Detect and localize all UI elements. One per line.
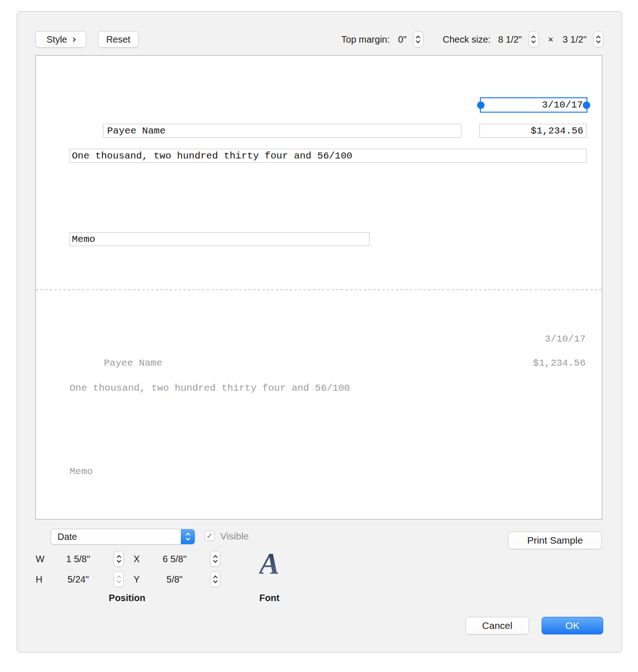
y-stepper[interactable] [210, 571, 220, 587]
memo-field-text: Memo [72, 234, 369, 245]
memo-field[interactable]: Memo [70, 232, 370, 246]
stub-memo-text: Memo [70, 466, 93, 477]
cancel-button[interactable]: Cancel [466, 617, 529, 634]
width-stepper[interactable] [114, 551, 124, 567]
position-label: Position [95, 593, 160, 603]
check-layout-dialog: Style Reset Top margin: 0" Check size: 8… [17, 11, 622, 653]
stub-payee-text: Payee Name [104, 358, 162, 368]
font-label: Font [242, 593, 297, 603]
field-selector-popup[interactable]: Date [51, 529, 195, 545]
resize-handle-left[interactable] [477, 101, 485, 109]
style-button[interactable]: Style [35, 31, 86, 48]
chevron-down-icon [185, 536, 190, 541]
payee-field[interactable]: Payee Name [103, 124, 461, 138]
font-button[interactable]: A [247, 548, 292, 593]
x-value: 6 5/8" [143, 554, 206, 564]
check-width-value: 8 1/2" [498, 34, 522, 45]
x-label: X [134, 554, 140, 564]
chevron-right-icon [71, 38, 76, 42]
chevron-down-icon [596, 39, 600, 44]
font-icon: A [259, 548, 280, 579]
height-value: 5/24" [47, 574, 109, 585]
date-field-text: 3/10/17 [481, 100, 587, 110]
ok-button[interactable]: OK [542, 617, 603, 634]
chevron-down-icon [116, 558, 121, 563]
field-selector-value: Date [51, 532, 181, 542]
payee-field-text: Payee Name [107, 126, 461, 136]
width-value: 1 5/8" [47, 554, 109, 564]
height-stepper [114, 571, 124, 587]
chevron-down-icon [116, 579, 121, 583]
checkmark-icon: ✓ [206, 531, 213, 541]
x-stepper[interactable] [210, 551, 220, 567]
stub-date-text: 3/10/17 [545, 334, 586, 344]
popup-arrows-icon [181, 529, 195, 544]
chevron-down-icon [416, 39, 421, 44]
check-size-label: Check size: [443, 34, 491, 45]
stub-amount-words-text: One thousand, two hundred thirty four an… [70, 383, 350, 393]
print-sample-button[interactable]: Print Sample [508, 532, 602, 549]
top-margin-value: 0" [398, 34, 407, 45]
visible-label: Visible [220, 531, 249, 542]
check-height-stepper[interactable] [593, 32, 603, 47]
width-label: W [36, 554, 45, 564]
check-height-value: 3 1/2" [562, 34, 587, 45]
amount-words-field-text: One thousand, two hundred thirty four an… [72, 151, 586, 161]
stub-amount-text: $1,234.56 [533, 358, 586, 368]
visible-checkbox[interactable]: ✓ [204, 531, 215, 541]
chevron-down-icon [213, 579, 217, 583]
style-button-label: Style [46, 34, 67, 45]
perforation-divider [36, 289, 602, 290]
resize-handle-right[interactable] [583, 101, 590, 109]
amount-field-text: $1,234.56 [480, 126, 586, 136]
top-margin-stepper[interactable] [413, 32, 423, 47]
multiply-symbol: × [548, 34, 554, 45]
top-margin-label: Top margin: [341, 34, 390, 45]
toolbar-right: Top margin: 0" Check size: 8 1/2" × 3 1/… [341, 31, 603, 48]
amount-field[interactable]: $1,234.56 [479, 124, 587, 138]
y-value: 5/8" [143, 574, 206, 585]
height-label: H [36, 574, 42, 585]
chevron-down-icon [531, 39, 536, 44]
reset-button[interactable]: Reset [98, 31, 139, 48]
check-width-stepper[interactable] [529, 32, 539, 47]
check-preview-canvas: 3/10/17 Payee Name $1,234.56 One thousan… [35, 55, 602, 520]
date-field-selected[interactable]: 3/10/17 [480, 97, 587, 113]
chevron-down-icon [213, 558, 217, 563]
amount-words-field[interactable]: One thousand, two hundred thirty four an… [70, 149, 587, 163]
y-label: Y [134, 574, 140, 585]
